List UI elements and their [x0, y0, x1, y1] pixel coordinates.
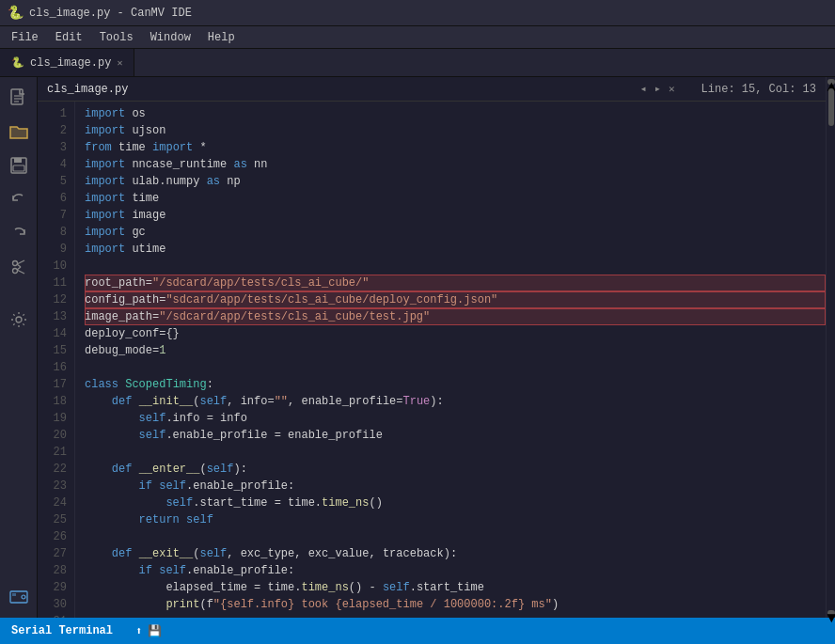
line-num: 13 [38, 308, 74, 325]
line-num: 12 [38, 291, 74, 308]
line-numbers: 1234567891011121314151617181920212223242… [38, 102, 75, 618]
line-num: 3 [38, 139, 74, 156]
svg-point-16 [22, 595, 25, 599]
status-icons: ⬆ 💾 [135, 624, 162, 638]
upload-icon[interactable]: ⬆ [135, 624, 142, 638]
tab-icon: 🐍 [11, 56, 24, 69]
svg-line-11 [17, 264, 21, 267]
board-btn[interactable] [6, 584, 32, 610]
code-line: import utime [85, 241, 826, 258]
new-file-btn[interactable] [6, 85, 32, 111]
code-line: if self.enable_profile: [85, 478, 826, 495]
tab-label: cls_image.py [30, 56, 111, 70]
line-num: 8 [38, 224, 74, 241]
menu-bar: File Edit Tools Window Help [0, 26, 835, 49]
code-line [85, 613, 826, 618]
code-content[interactable]: import osimport ujsonfrom time import *i… [75, 102, 826, 618]
code-line [85, 258, 826, 275]
code-line: import os [85, 105, 826, 122]
code-line: deploy_conf={} [85, 325, 826, 342]
code-line: image_path="/sdcard/app/tests/cls_ai_cub… [85, 308, 826, 325]
editor-area: cls_image.py ◂ ▸ ✕ Line: 15, Col: 13 123… [38, 77, 826, 618]
code-line: def __init__(self, info="", enable_profi… [85, 393, 826, 410]
close-file-icon[interactable]: ✕ [669, 83, 675, 95]
menu-edit[interactable]: Edit [48, 29, 90, 46]
line-num: 5 [38, 173, 74, 190]
svg-point-7 [12, 261, 17, 266]
code-line: import ulab.numpy as np [85, 173, 826, 190]
svg-rect-5 [14, 158, 22, 163]
line-num: 18 [38, 393, 74, 410]
menu-tools[interactable]: Tools [92, 29, 141, 46]
code-line: if self.enable_profile: [85, 562, 826, 579]
code-line: import ujson [85, 122, 826, 139]
line-num: 27 [38, 545, 74, 562]
line-num: 25 [38, 511, 74, 528]
serial-terminal-label[interactable]: Serial Terminal [11, 624, 113, 637]
scrollbar[interactable]: ▲ ▼ [826, 77, 835, 618]
code-line: self.info = info [85, 410, 826, 427]
line-num: 10 [38, 258, 74, 275]
code-line: import nncase_runtime as nn [85, 156, 826, 173]
line-num: 6 [38, 190, 74, 207]
line-num: 16 [38, 359, 74, 376]
code-line: from time import * [85, 139, 826, 156]
line-num: 15 [38, 342, 74, 359]
code-line [85, 528, 826, 545]
svg-line-9 [17, 260, 24, 264]
svg-line-12 [17, 267, 21, 270]
tab-bar: 🐍 cls_image.py ✕ [0, 49, 835, 77]
code-line: debug_mode=1 [85, 342, 826, 359]
code-line: import time [85, 190, 826, 207]
code-line [85, 444, 826, 461]
main-layout: cls_image.py ◂ ▸ ✕ Line: 15, Col: 13 123… [0, 77, 835, 618]
line-num: 17 [38, 376, 74, 393]
svg-point-8 [12, 269, 17, 274]
tab-close-btn[interactable]: ✕ [117, 57, 122, 69]
line-num: 24 [38, 495, 74, 511]
save-btn[interactable] [6, 152, 32, 179]
line-num: 28 [38, 562, 74, 579]
scrollbar-down[interactable]: ▼ [827, 610, 835, 616]
svg-rect-14 [10, 591, 27, 603]
file-header-name: cls_image.py [47, 83, 128, 96]
cut-btn[interactable] [6, 254, 32, 280]
navigate-right-icon[interactable]: ▸ [654, 82, 661, 96]
code-editor[interactable]: 1234567891011121314151617181920212223242… [38, 102, 826, 618]
menu-file[interactable]: File [4, 29, 46, 46]
scrollbar-thumb[interactable] [828, 88, 834, 126]
line-num: 31 [38, 613, 74, 618]
line-num: 11 [38, 275, 74, 291]
svg-point-13 [16, 317, 22, 322]
line-num: 19 [38, 410, 74, 427]
open-folder-btn[interactable] [6, 118, 32, 145]
code-line: def __exit__(self, exc_type, exc_value, … [85, 545, 826, 562]
code-line [85, 359, 826, 376]
title-bar: 🐍 cls_image.py - CanMV IDE [0, 0, 835, 26]
line-num: 14 [38, 325, 74, 342]
menu-help[interactable]: Help [200, 29, 243, 46]
code-line: self.enable_profile = enable_profile [85, 427, 826, 444]
code-line: print(f"{self.info} took {elapsed_time /… [85, 596, 826, 613]
file-header: cls_image.py ◂ ▸ ✕ Line: 15, Col: 13 [38, 77, 826, 102]
sidebar [0, 77, 38, 618]
line-num: 2 [38, 122, 74, 139]
file-position: Line: 15, Col: 13 [701, 83, 816, 96]
status-bar: Serial Terminal ⬆ 💾 [0, 618, 835, 644]
code-line: config_path="sdcard/app/tests/cls_ai_cub… [85, 291, 826, 308]
line-num: 20 [38, 427, 74, 444]
save-status-icon[interactable]: 💾 [148, 624, 162, 638]
undo-btn[interactable] [6, 186, 32, 212]
line-num: 1 [38, 105, 74, 122]
app-icon: 🐍 [8, 5, 24, 21]
menu-window[interactable]: Window [143, 29, 198, 46]
code-line: return self [85, 511, 826, 528]
navigate-left-icon[interactable]: ◂ [639, 82, 646, 96]
line-num: 23 [38, 478, 74, 495]
code-line: self.start_time = time.time_ns() [85, 495, 826, 511]
line-num: 9 [38, 241, 74, 258]
settings-btn[interactable] [6, 306, 32, 333]
redo-btn[interactable] [6, 220, 32, 246]
line-num: 7 [38, 207, 74, 224]
tab-cls-image[interactable]: 🐍 cls_image.py ✕ [0, 49, 134, 76]
